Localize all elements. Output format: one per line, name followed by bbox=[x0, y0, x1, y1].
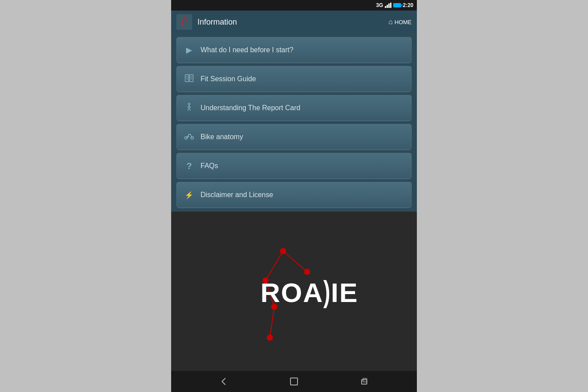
back-button[interactable] bbox=[215, 373, 233, 390]
svg-point-33 bbox=[267, 334, 273, 341]
status-icons: 3G 2:20 bbox=[376, 2, 413, 8]
question-icon: ? bbox=[184, 161, 194, 171]
app-title: Information bbox=[197, 18, 388, 27]
svg-point-30 bbox=[304, 269, 310, 275]
roadie-logo-container: ROA)IE bbox=[202, 239, 386, 344]
menu-item-bike[interactable]: Bike anatomy bbox=[176, 124, 412, 150]
book-icon bbox=[184, 74, 194, 84]
home-label: HOME bbox=[394, 19, 412, 25]
svg-line-28 bbox=[270, 307, 274, 338]
menu-label-faq: FAQs bbox=[201, 162, 218, 170]
signal-text: 3G bbox=[376, 2, 383, 8]
content-area: ▶ What do I need before I start? bbox=[171, 33, 417, 371]
home-icon: ⌂ bbox=[388, 18, 393, 26]
menu-item-report[interactable]: Understanding The Report Card bbox=[176, 95, 412, 121]
play-icon: ▶ bbox=[184, 45, 194, 55]
menu-label-disclaimer: Disclaimer and License bbox=[201, 191, 273, 199]
menu-list: ▶ What do I need before I start? bbox=[171, 33, 417, 212]
menu-label-bike: Bike anatomy bbox=[201, 133, 243, 141]
time-text: 2:20 bbox=[403, 2, 413, 8]
lightning-icon: ⚡ bbox=[184, 191, 194, 199]
battery-icon bbox=[393, 3, 401, 7]
svg-line-20 bbox=[189, 108, 190, 111]
svg-point-21 bbox=[185, 137, 187, 139]
svg-point-29 bbox=[280, 248, 286, 254]
svg-point-15 bbox=[188, 103, 190, 105]
menu-item-faq[interactable]: ? FAQs bbox=[176, 153, 412, 179]
menu-label-start: What do I need before I start? bbox=[201, 46, 294, 54]
svg-rect-7 bbox=[185, 75, 189, 82]
svg-point-3 bbox=[183, 17, 185, 18]
home-nav-button[interactable] bbox=[285, 373, 303, 390]
bike-icon bbox=[184, 133, 194, 142]
svg-line-19 bbox=[188, 108, 189, 111]
recent-apps-button[interactable] bbox=[355, 373, 373, 390]
home-button[interactable]: ⌂ HOME bbox=[388, 18, 412, 26]
person-bike-icon bbox=[184, 103, 194, 114]
roadie-logo-text: ROA)IE bbox=[260, 274, 358, 309]
svg-rect-34 bbox=[290, 378, 298, 385]
nav-bar bbox=[171, 371, 417, 392]
svg-rect-8 bbox=[190, 75, 193, 82]
menu-item-disclaimer[interactable]: ⚡ Disclaimer and License bbox=[176, 182, 412, 208]
device-frame: 3G 2:20 Information bbox=[171, 0, 417, 392]
svg-point-4 bbox=[181, 21, 183, 23]
svg-point-5 bbox=[186, 19, 188, 21]
app-logo bbox=[176, 14, 192, 30]
menu-item-start[interactable]: ▶ What do I need before I start? bbox=[176, 37, 412, 63]
menu-item-fit[interactable]: Fit Session Guide bbox=[176, 66, 412, 92]
signal-bars bbox=[385, 3, 391, 8]
menu-label-report: Understanding The Report Card bbox=[201, 104, 300, 112]
logo-area: ROA)IE bbox=[171, 212, 417, 371]
svg-point-6 bbox=[182, 25, 184, 26]
status-bar: 3G 2:20 bbox=[171, 0, 417, 11]
menu-label-fit: Fit Session Guide bbox=[201, 75, 256, 83]
svg-line-26 bbox=[283, 251, 307, 272]
app-header: Information ⌂ HOME bbox=[171, 11, 417, 33]
